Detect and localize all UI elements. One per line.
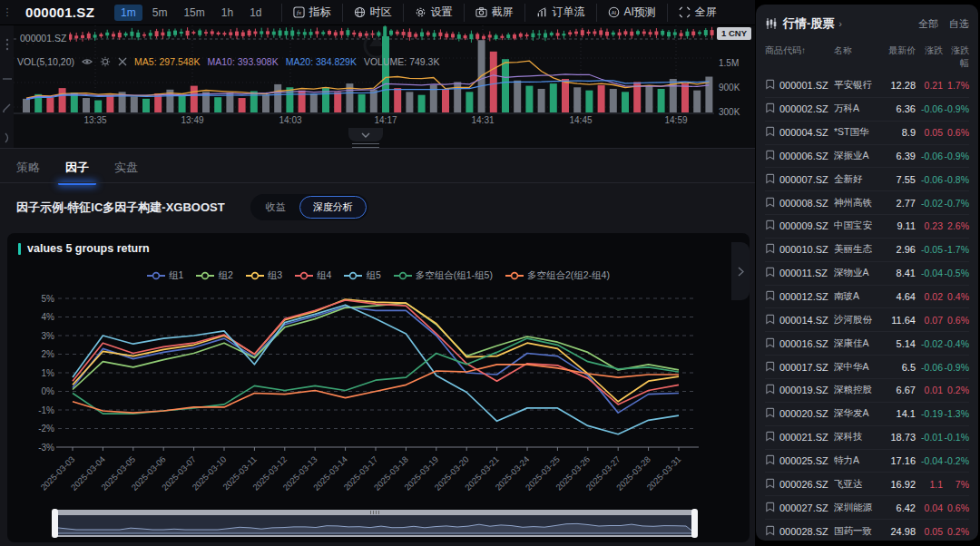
ai-icon: AI: [608, 6, 620, 18]
watchlist-row-000010.SZ[interactable]: 000010.SZ美丽生态2.96-0.05-1.7%: [765, 239, 969, 262]
strategy-section: 策略因子实盘 因子示例-特征IC多因子构建-XGBOOST 收益深度分析 val…: [0, 149, 755, 546]
watchlist-row-000002.SZ[interactable]: 000002.SZ万科A6.36-0.06-0.9%: [765, 98, 969, 122]
bookmark-icon[interactable]: [765, 407, 775, 420]
watchlist-title[interactable]: 行情-股票: [783, 15, 834, 32]
bookmark-icon[interactable]: [765, 150, 775, 162]
eye-icon[interactable]: [82, 56, 93, 67]
watchlist-row-000006.SZ[interactable]: 000006.SZ深振业A6.39-0.06-0.9%: [765, 145, 969, 169]
ruler-icon[interactable]: [3, 69, 12, 85]
collapse-chart-button[interactable]: [348, 128, 383, 141]
legend-marker-icon: [196, 271, 214, 280]
line-chart-canvas[interactable]: 5%4%3%2%1%0%-1%-2%-3%2025-03-032025-03-0…: [15, 291, 740, 509]
watchlist-row-000007.SZ[interactable]: 000007.SZ全新好7.55-0.06-0.8%: [765, 168, 969, 191]
bookmark-icon[interactable]: [765, 243, 775, 256]
globe-button[interactable]: 时区: [342, 4, 403, 22]
symbol-title[interactable]: 000001.SZ: [25, 5, 94, 20]
stock-code: 000014.SZ: [779, 315, 828, 326]
toggle-深度分析[interactable]: 深度分析: [299, 196, 367, 219]
tab-实盘[interactable]: 实盘: [114, 160, 138, 185]
filter-全部[interactable]: 全部: [918, 17, 938, 31]
camera-button[interactable]: 截屏: [464, 4, 524, 22]
timeframe-1h[interactable]: 1h: [215, 5, 240, 21]
legend-item[interactable]: 组1: [147, 269, 183, 282]
watchlist-row-000014.SZ[interactable]: 000014.SZ沙河股份11.640.070.6%: [765, 308, 969, 332]
watchlist-row-000026.SZ[interactable]: 000026.SZ飞亚达16.921.17%: [765, 473, 969, 496]
bookmark-icon[interactable]: [765, 219, 775, 232]
stock-change-pct: -0.7%: [943, 198, 969, 209]
legend-item[interactable]: 多空组合(组1-组5): [394, 269, 493, 282]
watchlist-row-000025.SZ[interactable]: 000025.SZ特力A17.16-0.04-0.2%: [765, 450, 969, 473]
watchlist-row-000016.SZ[interactable]: 000016.SZ深康佳A5.14-0.02-0.4%: [765, 332, 969, 356]
fullscreen-button[interactable]: 全屏: [667, 4, 728, 22]
svg-text:fx: fx: [296, 9, 301, 16]
watchlist-row-000008.SZ[interactable]: 000008.SZ神州高铁2.77-0.02-0.7%: [765, 191, 969, 215]
stock-name: 深中华A: [834, 361, 883, 374]
bookmark-icon[interactable]: [765, 79, 775, 92]
datazoom-right-handle[interactable]: [691, 509, 698, 538]
curve-icon[interactable]: [4, 131, 11, 147]
price-axis[interactable]: 1 CNY 1.5M900K300K: [714, 25, 755, 148]
bookmark-icon[interactable]: [765, 126, 775, 139]
datazoom-left-handle[interactable]: [52, 509, 58, 538]
legend-item[interactable]: 组2: [196, 269, 232, 282]
stock-change-pct: 0.2%: [943, 526, 969, 537]
watchlist-row-000001.SZ[interactable]: 000001.SZ平安银行12.280.211.7%: [765, 74, 969, 98]
gear-button[interactable]: 设置: [403, 4, 464, 22]
filter-自选[interactable]: 自选: [949, 17, 969, 31]
ai-button[interactable]: AIAI预测: [596, 4, 667, 22]
watchlist-row-000004.SZ[interactable]: 000004.SZ*ST国华8.90.050.6%: [765, 122, 969, 145]
orderflow-button[interactable]: 订单流: [524, 4, 596, 22]
watchlist-row-000009.SZ[interactable]: 000009.SZ中国宝安9.110.232.6%: [765, 215, 969, 239]
watchlist-row-000027.SZ[interactable]: 000027.SZ深圳能源6.420.040.6%: [765, 496, 969, 520]
bookmark-icon[interactable]: [765, 525, 775, 538]
bookmark-icon[interactable]: [765, 384, 775, 396]
bookmark-icon[interactable]: [765, 173, 775, 186]
stock-code: 000025.SZ: [779, 455, 828, 466]
fx-button[interactable]: fx指标: [281, 4, 342, 22]
timeframe-15m[interactable]: 15m: [177, 5, 211, 21]
column-header-1[interactable]: 名称: [834, 44, 883, 70]
timeframe-1d[interactable]: 1d: [243, 5, 268, 21]
bookmark-icon[interactable]: [765, 337, 775, 350]
toggle-收益[interactable]: 收益: [252, 196, 299, 219]
dots-icon[interactable]: [5, 38, 9, 54]
bookmark-icon[interactable]: [765, 290, 775, 303]
datazoom-slider[interactable]: [54, 510, 695, 537]
pencil-icon[interactable]: [2, 100, 12, 116]
bookmark-icon[interactable]: [765, 478, 775, 491]
timeframe-1m[interactable]: 1m: [114, 5, 142, 21]
watchlist-row-000011.SZ[interactable]: 000011.SZ深物业A8.41-0.04-0.5%: [765, 262, 969, 286]
column-header-4[interactable]: 涨跌幅: [943, 44, 969, 70]
bookmark-icon[interactable]: [765, 502, 775, 514]
column-header-2[interactable]: 最新价: [883, 44, 916, 70]
bookmark-icon[interactable]: [765, 361, 775, 374]
legend-item[interactable]: 多空组合2(组2-组4): [505, 269, 610, 282]
column-header-3[interactable]: 涨跌: [916, 44, 943, 70]
tab-因子[interactable]: 因子: [65, 160, 89, 185]
legend-item[interactable]: 组5: [344, 269, 380, 282]
watchlist-row-000028.SZ[interactable]: 000028.SZ国药一致24.980.050.2%: [765, 520, 969, 543]
bookmark-icon[interactable]: [765, 197, 775, 210]
close-icon[interactable]: [118, 57, 127, 66]
expand-panel-button[interactable]: [731, 242, 750, 300]
bookmark-icon[interactable]: [765, 267, 775, 279]
kebab-menu-icon[interactable]: ⋮: [0, 6, 15, 18]
watchlist-row-000020.SZ[interactable]: 000020.SZ深华发A14.1-0.19-1.3%: [765, 403, 969, 426]
bookmark-icon[interactable]: [765, 314, 775, 327]
watchlist-row-000019.SZ[interactable]: 000019.SZ深粮控股6.670.010.2%: [765, 379, 969, 403]
watchlist-row-000017.SZ[interactable]: 000017.SZ深中华A6.5-0.06-0.9%: [765, 356, 969, 379]
column-header-0[interactable]: 商品代码↑: [765, 44, 834, 70]
svg-text:13:35: 13:35: [83, 115, 106, 125]
legend-item[interactable]: 组4: [295, 269, 331, 282]
settings-small-icon[interactable]: [100, 56, 111, 67]
toolbar-buttons: fx指标时区设置截屏订单流AIAI预测全屏: [281, 4, 728, 22]
datazoom-grip[interactable]: [370, 511, 379, 514]
tab-策略[interactable]: 策略: [16, 160, 40, 185]
watchlist-row-000012.SZ[interactable]: 000012.SZ南玻A4.640.020.4%: [765, 286, 969, 309]
watchlist-row-000021.SZ[interactable]: 000021.SZ深科技18.73-0.01-0.1%: [765, 426, 969, 450]
legend-item[interactable]: 组3: [246, 269, 282, 282]
timeframe-5m[interactable]: 5m: [146, 5, 174, 21]
bookmark-icon[interactable]: [765, 454, 775, 467]
bookmark-icon[interactable]: [765, 102, 775, 115]
bookmark-icon[interactable]: [765, 431, 775, 444]
